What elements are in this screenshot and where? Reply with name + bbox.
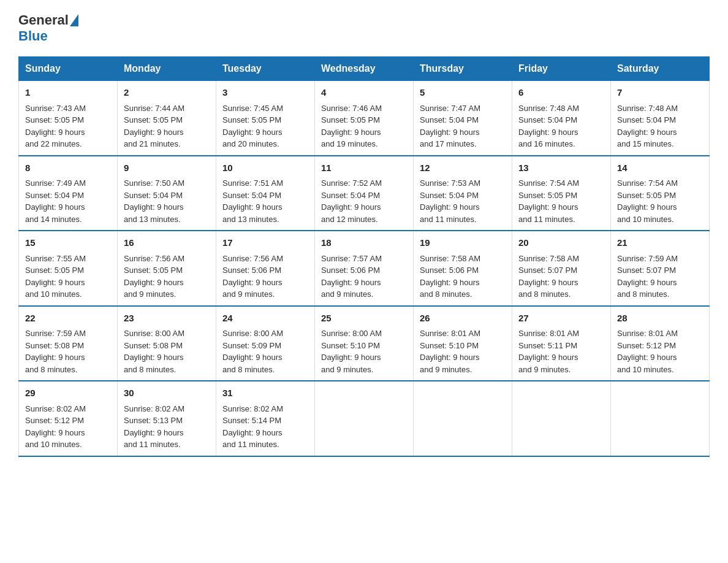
- calendar-cell: 9 Sunrise: 7:50 AM Sunset: 5:04 PM Dayli…: [118, 156, 216, 231]
- day-header-tuesday: Tuesday: [216, 57, 315, 81]
- day-number: 7: [617, 86, 703, 100]
- sunset-info: Sunset: 5:12 PM: [617, 341, 676, 350]
- daylight-info: Daylight: 9 hours: [321, 278, 381, 287]
- calendar-cell: 1 Sunrise: 7:43 AM Sunset: 5:05 PM Dayli…: [19, 81, 118, 156]
- daylight-minutes: and 13 minutes.: [124, 215, 181, 224]
- calendar-cell: 2 Sunrise: 7:44 AM Sunset: 5:05 PM Dayli…: [118, 81, 216, 156]
- sunset-info: Sunset: 5:05 PM: [222, 115, 281, 124]
- calendar-table: SundayMondayTuesdayWednesdayThursdayFrid…: [18, 56, 710, 457]
- day-header-thursday: Thursday: [414, 57, 512, 81]
- sunset-info: Sunset: 5:12 PM: [25, 416, 84, 425]
- calendar-cell: 5 Sunrise: 7:47 AM Sunset: 5:04 PM Dayli…: [414, 81, 512, 156]
- calendar-cell: 16 Sunrise: 7:56 AM Sunset: 5:05 PM Dayl…: [118, 231, 216, 306]
- calendar-cell: 3 Sunrise: 7:45 AM Sunset: 5:05 PM Dayli…: [216, 81, 315, 156]
- day-number: 17: [222, 236, 308, 250]
- daylight-info: Daylight: 9 hours: [124, 278, 184, 287]
- daylight-minutes: and 21 minutes.: [124, 139, 181, 148]
- sunrise-info: Sunrise: 7:56 AM: [222, 254, 283, 263]
- day-number: 26: [420, 312, 506, 326]
- day-number: 1: [25, 86, 111, 100]
- daylight-info: Daylight: 9 hours: [222, 428, 282, 437]
- sunrise-info: Sunrise: 7:54 AM: [617, 178, 678, 188]
- calendar-cell: 31 Sunrise: 8:02 AM Sunset: 5:14 PM Dayl…: [216, 381, 315, 456]
- sunrise-info: Sunrise: 7:45 AM: [222, 104, 283, 113]
- day-header-friday: Friday: [512, 57, 611, 81]
- daylight-minutes: and 11 minutes.: [420, 215, 477, 224]
- logo: General Blue: [18, 12, 80, 44]
- calendar-cell: 23 Sunrise: 8:00 AM Sunset: 5:08 PM Dayl…: [118, 306, 216, 381]
- daylight-info: Daylight: 9 hours: [124, 428, 184, 437]
- calendar-cell: 4 Sunrise: 7:46 AM Sunset: 5:05 PM Dayli…: [315, 81, 414, 156]
- calendar-cell: 21 Sunrise: 7:59 AM Sunset: 5:07 PM Dayl…: [611, 231, 710, 306]
- daylight-minutes: and 11 minutes.: [222, 440, 279, 449]
- calendar-cell: [512, 381, 611, 456]
- daylight-minutes: and 9 minutes.: [222, 289, 275, 299]
- sunrise-info: Sunrise: 8:00 AM: [124, 329, 184, 338]
- daylight-info: Daylight: 9 hours: [420, 278, 480, 287]
- sunrise-info: Sunrise: 7:51 AM: [222, 178, 283, 188]
- sunrise-info: Sunrise: 8:01 AM: [420, 329, 480, 338]
- page-header: General Blue: [18, 12, 710, 44]
- sunrise-info: Sunrise: 8:02 AM: [124, 404, 184, 413]
- daylight-minutes: and 20 minutes.: [222, 139, 279, 148]
- day-number: 4: [321, 86, 407, 100]
- calendar-cell: 12 Sunrise: 7:53 AM Sunset: 5:04 PM Dayl…: [414, 156, 512, 231]
- day-header-wednesday: Wednesday: [315, 57, 414, 81]
- sunset-info: Sunset: 5:08 PM: [25, 341, 84, 350]
- day-number: 23: [124, 312, 210, 326]
- day-number: 10: [222, 161, 308, 175]
- calendar-cell: [414, 381, 512, 456]
- daylight-minutes: and 9 minutes.: [321, 365, 373, 374]
- day-number: 16: [124, 236, 210, 250]
- calendar-cell: 30 Sunrise: 8:02 AM Sunset: 5:13 PM Dayl…: [118, 381, 216, 456]
- daylight-minutes: and 22 minutes.: [25, 139, 82, 148]
- daylight-minutes: and 10 minutes.: [25, 440, 82, 449]
- day-headers-row: SundayMondayTuesdayWednesdayThursdayFrid…: [19, 57, 710, 81]
- daylight-info: Daylight: 9 hours: [222, 202, 282, 212]
- sunset-info: Sunset: 5:05 PM: [124, 115, 183, 124]
- sunrise-info: Sunrise: 7:58 AM: [420, 254, 480, 263]
- calendar-cell: 11 Sunrise: 7:52 AM Sunset: 5:04 PM Dayl…: [315, 156, 414, 231]
- sunrise-info: Sunrise: 7:50 AM: [124, 178, 184, 188]
- day-header-monday: Monday: [118, 57, 216, 81]
- sunrise-info: Sunrise: 7:46 AM: [321, 104, 382, 113]
- daylight-info: Daylight: 9 hours: [518, 128, 578, 137]
- day-number: 31: [222, 386, 308, 400]
- day-number: 11: [321, 161, 407, 175]
- daylight-minutes: and 9 minutes.: [518, 365, 571, 374]
- calendar-cell: 20 Sunrise: 7:58 AM Sunset: 5:07 PM Dayl…: [512, 231, 611, 306]
- daylight-info: Daylight: 9 hours: [321, 128, 381, 137]
- daylight-minutes: and 9 minutes.: [321, 289, 373, 299]
- sunset-info: Sunset: 5:04 PM: [222, 191, 281, 200]
- calendar-cell: 28 Sunrise: 8:01 AM Sunset: 5:12 PM Dayl…: [611, 306, 710, 381]
- sunset-info: Sunset: 5:08 PM: [124, 341, 183, 350]
- calendar-cell: 17 Sunrise: 7:56 AM Sunset: 5:06 PM Dayl…: [216, 231, 315, 306]
- sunset-info: Sunset: 5:13 PM: [124, 416, 183, 425]
- calendar-cell: 10 Sunrise: 7:51 AM Sunset: 5:04 PM Dayl…: [216, 156, 315, 231]
- sunset-info: Sunset: 5:04 PM: [420, 191, 479, 200]
- daylight-info: Daylight: 9 hours: [617, 128, 677, 137]
- daylight-info: Daylight: 9 hours: [25, 278, 85, 287]
- daylight-info: Daylight: 9 hours: [321, 353, 381, 362]
- daylight-minutes: and 16 minutes.: [518, 139, 575, 148]
- day-header-saturday: Saturday: [611, 57, 710, 81]
- day-number: 12: [420, 161, 506, 175]
- daylight-info: Daylight: 9 hours: [25, 428, 85, 437]
- day-number: 25: [321, 312, 407, 326]
- calendar-cell: 18 Sunrise: 7:57 AM Sunset: 5:06 PM Dayl…: [315, 231, 414, 306]
- sunrise-info: Sunrise: 8:02 AM: [25, 404, 86, 413]
- day-number: 13: [518, 161, 604, 175]
- week-row-2: 8 Sunrise: 7:49 AM Sunset: 5:04 PM Dayli…: [19, 156, 710, 231]
- sunrise-info: Sunrise: 7:56 AM: [124, 254, 184, 263]
- daylight-minutes: and 8 minutes.: [617, 289, 669, 299]
- daylight-minutes: and 10 minutes.: [25, 289, 82, 299]
- daylight-minutes: and 10 minutes.: [617, 365, 674, 374]
- day-number: 21: [617, 236, 703, 250]
- sunset-info: Sunset: 5:04 PM: [518, 115, 577, 124]
- calendar-cell: 26 Sunrise: 8:01 AM Sunset: 5:10 PM Dayl…: [414, 306, 512, 381]
- calendar-cell: 19 Sunrise: 7:58 AM Sunset: 5:06 PM Dayl…: [414, 231, 512, 306]
- sunset-info: Sunset: 5:04 PM: [420, 115, 479, 124]
- calendar-cell: 7 Sunrise: 7:48 AM Sunset: 5:04 PM Dayli…: [611, 81, 710, 156]
- sunset-info: Sunset: 5:06 PM: [321, 266, 380, 275]
- logo-general-text: General: [18, 12, 69, 28]
